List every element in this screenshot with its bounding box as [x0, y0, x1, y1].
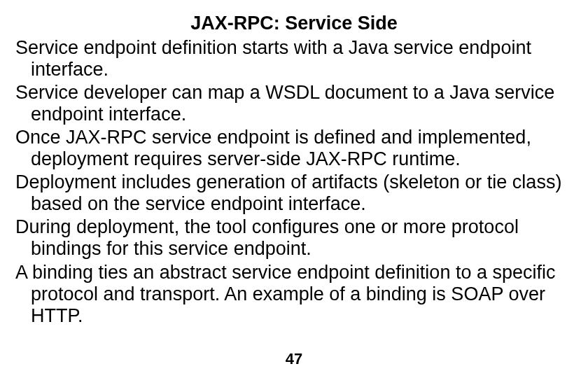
paragraph: Deployment includes generation of artifa…	[15, 172, 573, 215]
paragraph: Service endpoint definition starts with …	[15, 37, 573, 80]
slide-title: JAX-RPC: Service Side	[15, 13, 573, 34]
paragraph: During deployment, the tool configures o…	[15, 216, 573, 260]
paragraph: A binding ties an abstract service endpo…	[15, 262, 573, 327]
slide: JAX-RPC: Service Side Service endpoint d…	[0, 0, 588, 378]
paragraph: Once JAX-RPC service endpoint is defined…	[15, 127, 573, 170]
page-number: 47	[0, 350, 588, 368]
paragraph: Service developer can map a WSDL documen…	[15, 82, 573, 125]
